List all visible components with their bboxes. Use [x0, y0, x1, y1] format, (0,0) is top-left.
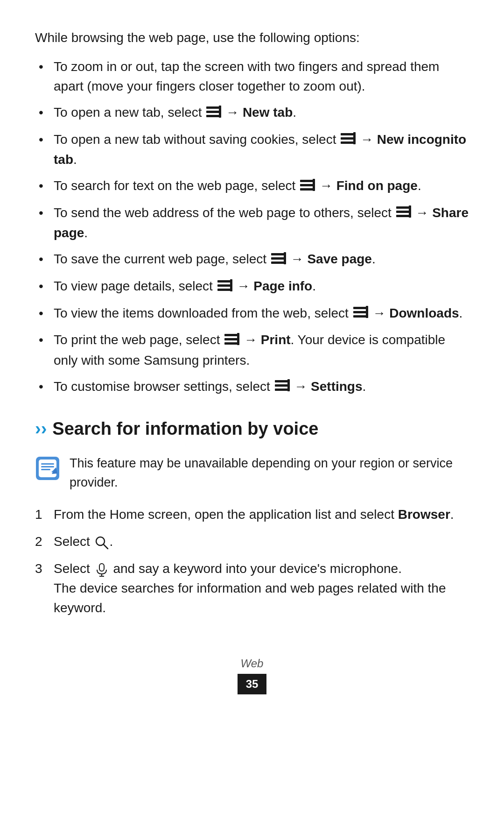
section-heading: ›› Search for information by voice [35, 416, 469, 442]
bullet-item-downloads: To view the items downloaded from the we… [35, 304, 469, 324]
footer-page-number: 35 [238, 674, 267, 694]
svg-rect-35 [287, 379, 290, 391]
note-box: This feature may be unavailable dependin… [35, 454, 469, 492]
search-icon [95, 536, 109, 550]
svg-rect-11 [313, 179, 315, 191]
bullet-find-text: To search for text on the web page, sele… [54, 178, 421, 193]
svg-rect-23 [230, 279, 232, 291]
step-2-content: Select . [54, 532, 469, 551]
bullet-item-print: To print the web page, select → Print. Y… [35, 330, 469, 370]
step-3-content: Select and say a keyword into your devic… [54, 559, 469, 618]
note-icon [35, 456, 60, 481]
menu-icon-7 [353, 304, 368, 324]
menu-icon-1 [206, 104, 221, 123]
svg-rect-15 [409, 205, 411, 218]
menu-icon-8 [224, 331, 239, 351]
bullet-item-share: To send the web address of the web page … [35, 203, 469, 243]
bullet-zoom-text: To zoom in or out, tap the screen with t… [54, 59, 439, 93]
footer-section-label: Web [35, 655, 469, 672]
menu-icon-6 [217, 277, 232, 297]
svg-rect-27 [366, 306, 368, 318]
svg-rect-7 [353, 132, 356, 144]
svg-line-44 [104, 544, 108, 549]
section-guillemet: ›› [35, 416, 47, 442]
bullet-save-text: To save the current web page, select → S… [54, 252, 376, 266]
svg-rect-40 [41, 469, 50, 470]
menu-icon-5 [271, 250, 286, 270]
step-2: 2 Select . [35, 532, 469, 551]
bullet-newtab-text: To open a new tab, select → New tab. [54, 105, 296, 120]
footer: Web 35 [35, 646, 469, 694]
mic-icon [95, 563, 109, 577]
bullet-item-newtab: To open a new tab, select → New tab. [35, 103, 469, 123]
svg-rect-38 [41, 463, 54, 465]
intro-paragraph: While browsing the web page, use the fol… [35, 28, 469, 48]
bullet-item-zoom: To zoom in or out, tap the screen with t… [35, 57, 469, 96]
options-list: To zoom in or out, tap the screen with t… [35, 57, 469, 397]
bullet-incognito-text: To open a new tab without saving cookies… [54, 132, 466, 167]
step-1-content: From the Home screen, open the applicati… [54, 505, 469, 524]
menu-icon-2 [341, 130, 356, 150]
svg-rect-3 [219, 106, 221, 118]
svg-rect-39 [41, 466, 54, 467]
step-1: 1 From the Home screen, open the applica… [35, 505, 469, 524]
menu-icon-9 [275, 377, 290, 397]
note-text: This feature may be unavailable dependin… [70, 454, 469, 492]
step-2-number: 2 [35, 532, 46, 551]
bullet-item-find: To search for text on the web page, sele… [35, 176, 469, 197]
svg-rect-45 [99, 564, 104, 571]
svg-rect-31 [237, 333, 239, 345]
step-3-number: 3 [35, 559, 46, 579]
steps-list: 1 From the Home screen, open the applica… [35, 505, 469, 618]
menu-icon-4 [396, 204, 411, 223]
step-1-number: 1 [35, 505, 46, 524]
step-3: 3 Select and say a keyword into your dev… [35, 559, 469, 618]
bullet-item-incognito: To open a new tab without saving cookies… [35, 130, 469, 170]
bullet-item-save: To save the current web page, select → S… [35, 249, 469, 270]
svg-rect-37 [39, 459, 56, 477]
bullet-settings-text: To customise browser settings, select → … [54, 379, 366, 394]
svg-rect-19 [284, 252, 286, 264]
bullet-item-pageinfo: To view page details, select → Page info… [35, 276, 469, 297]
section-heading-text: Search for information by voice [52, 416, 318, 442]
bullet-share-text: To send the web address of the web page … [54, 205, 469, 240]
bullet-downloads-text: To view the items downloaded from the we… [54, 306, 462, 320]
menu-icon-3 [300, 177, 315, 197]
bullet-item-settings: To customise browser settings, select → … [35, 377, 469, 397]
bullet-print-text: To print the web page, select → Print. Y… [54, 332, 445, 368]
bullet-pageinfo-text: To view page details, select → Page info… [54, 279, 316, 293]
